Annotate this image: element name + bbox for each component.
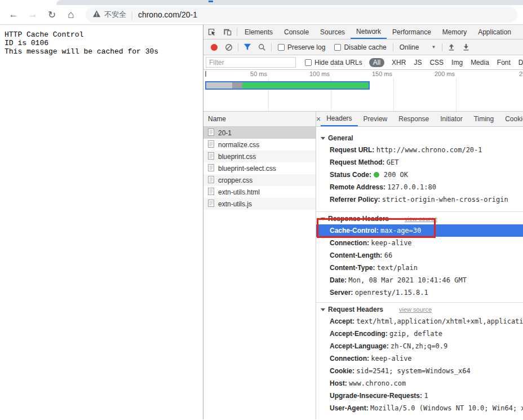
name-column-header[interactable]: Name [203, 112, 316, 127]
header-entry: Accept: text/html,application/xhtml+xml,… [316, 315, 523, 328]
document-icon [208, 164, 214, 173]
header-entry: Accept-Encoding: gzip, deflate [316, 328, 523, 340]
header-name: Content-Type: [330, 264, 375, 272]
inspect-element-icon[interactable] [203, 25, 219, 39]
detail-tab-response[interactable]: Response [393, 112, 435, 126]
header-name: Remote Address: [330, 183, 385, 191]
back-button[interactable]: ← [6, 7, 21, 23]
devtools-tab-bar: Elements Console Sources Network Perform… [203, 25, 523, 39]
header-name: Cookie: [330, 367, 354, 375]
header-name: Accept: [330, 317, 354, 325]
request-row-normalize-css[interactable]: normalize.css [203, 139, 316, 151]
toolbar-separator [238, 43, 238, 51]
document-icon [208, 140, 214, 149]
address-bar[interactable]: 不安全 | chrono.com/20-1 [86, 7, 517, 23]
request-row-20-1[interactable]: 20-1 [203, 127, 316, 139]
disable-cache-label: Disable cache [344, 43, 386, 51]
header-value: keep-alive [371, 239, 411, 247]
filter-input[interactable] [206, 57, 296, 68]
header-value: text/plain [377, 264, 418, 272]
tab-memory[interactable]: Memory [437, 25, 472, 39]
response-headers-section-header[interactable]: Response Headers view source [316, 213, 523, 224]
clear-button[interactable] [221, 41, 236, 54]
tick-100ms: 100 ms [296, 70, 330, 77]
request-name: 20-1 [218, 129, 232, 137]
header-name: Request Method: [330, 158, 384, 166]
request-row-blueprint-css[interactable]: blueprint.css [203, 151, 316, 162]
disable-cache-checkbox[interactable]: Disable cache [334, 43, 386, 51]
tab-performance[interactable]: Performance [387, 25, 437, 39]
tab-application[interactable]: Application [472, 25, 517, 39]
header-entry: Host: www.chrono.com [316, 377, 523, 390]
collapse-triangle-icon [321, 137, 325, 140]
preserve-log-checkbox[interactable]: Preserve log [278, 43, 325, 51]
warning-triangle-icon[interactable] [92, 10, 101, 20]
request-row-extn-utils-js[interactable]: extn-utils.js [203, 198, 316, 210]
device-toolbar-icon[interactable] [219, 25, 235, 39]
tab-sources[interactable]: Sources [314, 25, 351, 39]
tick-250ms: 250 ms [519, 70, 523, 77]
header-value: text/html,application/xhtml+xml,applicat… [356, 317, 523, 325]
search-icon[interactable] [255, 41, 269, 54]
tab-elements[interactable]: Elements [239, 25, 278, 39]
tab-network[interactable]: Network [351, 25, 387, 39]
filter-type-media[interactable]: Media [471, 59, 489, 67]
detail-tab-headers[interactable]: Headers [321, 112, 357, 126]
request-row-extn-utils-html[interactable]: extn-utils.html [203, 186, 316, 198]
export-har-icon[interactable] [459, 41, 473, 54]
request-name: normalize.css [218, 141, 259, 149]
close-icon[interactable]: × [316, 112, 321, 126]
header-value: gzip, deflate [389, 330, 442, 338]
view-source-link[interactable]: view source [405, 215, 437, 222]
header-entry: Accept-Language: zh-CN,zh;q=0.9 [316, 340, 523, 352]
network-overview[interactable]: 50 ms 100 ms 150 ms 200 ms 250 ms [203, 70, 523, 112]
request-row-cropper-css[interactable]: cropper.css [203, 174, 316, 186]
throttling-select[interactable]: Online ▼ [400, 43, 436, 51]
filter-type-xhr[interactable]: XHR [392, 59, 406, 67]
header-value: keep-alive [371, 355, 411, 362]
view-source-link[interactable]: view source [399, 306, 432, 313]
hide-data-urls-checkbox[interactable]: Hide data URLs [305, 59, 362, 67]
filter-type-css[interactable]: CSS [429, 59, 444, 67]
page-content: HTTP Cache Control ID is 0106 This messa… [0, 25, 203, 419]
import-har-icon[interactable] [444, 41, 459, 54]
security-label[interactable]: 不安全 [104, 10, 126, 20]
detail-tab-initiator[interactable]: Initiator [435, 112, 468, 126]
filter-funnel-icon[interactable] [240, 41, 255, 54]
filter-type-doc[interactable]: Doc [518, 59, 523, 67]
header-value: www.chrono.com [349, 379, 406, 387]
home-button[interactable]: ⌂ [63, 7, 79, 23]
reload-button[interactable]: ↻ [44, 7, 60, 23]
filter-type-img[interactable]: Img [451, 59, 463, 67]
toolbar-separator [237, 28, 237, 36]
gridline-150ms [393, 78, 394, 111]
detail-tab-timing[interactable]: Timing [468, 112, 500, 126]
request-headers-section-header[interactable]: Request Headers view source [316, 304, 523, 315]
tick-150ms: 150 ms [358, 70, 392, 77]
request-row-blueprint-select-css[interactable]: blueprint-select.css [203, 162, 316, 174]
request-name: blueprint-select.css [218, 165, 276, 173]
header-entry: Request Method: GET [316, 156, 523, 169]
detail-tab-preview[interactable]: Preview [358, 112, 393, 126]
forward-button[interactable]: → [25, 7, 41, 23]
request-name: blueprint.css [218, 153, 256, 161]
background-tab[interactable] [56, 0, 523, 5]
general-section-header[interactable]: General [316, 132, 523, 144]
request-timing-bar[interactable] [205, 81, 370, 90]
header-value: strict-origin-when-cross-origin [382, 196, 508, 204]
browser-toolbar: ← → ↻ ⌂ 不安全 | chrono.com/20-1 [0, 5, 523, 25]
filter-type-js[interactable]: JS [414, 59, 422, 67]
header-value: GET [387, 158, 399, 166]
filter-type-font[interactable]: Font [497, 59, 511, 67]
header-entry-cache-control[interactable]: Cache-Control: max-age=30 [316, 224, 523, 237]
url-text[interactable]: chrono.com/20-1 [138, 10, 197, 19]
header-name: Server: [330, 289, 353, 297]
document-icon [208, 152, 214, 161]
filter-type-all[interactable]: All [369, 58, 384, 67]
tab-console[interactable]: Console [278, 25, 314, 39]
record-button[interactable] [207, 41, 221, 54]
general-section: General Request URL: http://www.chrono.c… [316, 127, 523, 212]
response-headers-section: Response Headers view source Cache-Contr… [316, 212, 523, 303]
devtools-panel: Elements Console Sources Network Perform… [203, 25, 523, 419]
detail-tab-cookies[interactable]: Cookies [499, 112, 523, 126]
